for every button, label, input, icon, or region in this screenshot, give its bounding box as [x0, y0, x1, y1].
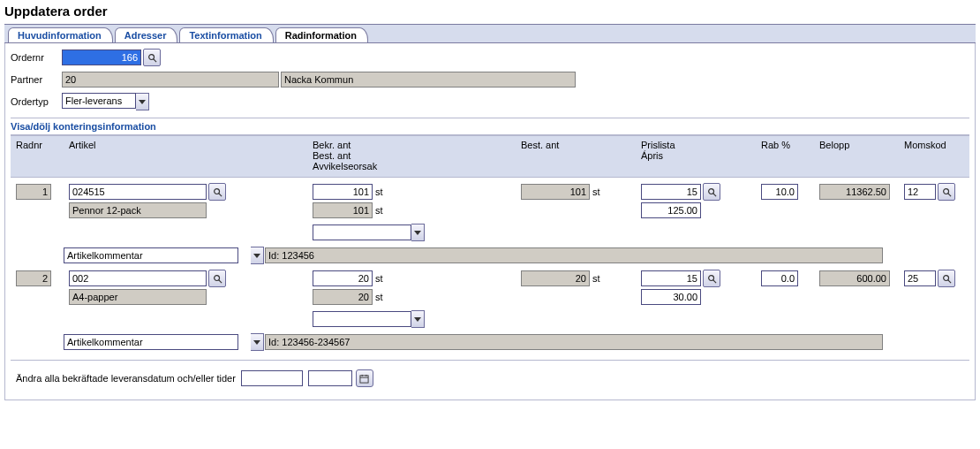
col-best: Best. ant	[521, 140, 636, 171]
apris-input[interactable]	[641, 202, 701, 218]
ordertyp-label: Ordertyp	[11, 96, 62, 107]
artikel-name: A4-papper	[69, 289, 207, 305]
artikelkommentar-label: Artikelkommentar	[64, 334, 238, 350]
ordernr-input[interactable]	[62, 49, 141, 65]
calendar-icon[interactable]	[356, 369, 373, 387]
radnr-value: 2	[16, 270, 51, 286]
col-bekr: Bekr. ant Best. ant Avvikelseorsak	[313, 140, 516, 171]
belopp-value: 11362.50	[819, 184, 890, 200]
ordernr-label: Ordernr	[11, 52, 62, 63]
tab-adresser[interactable]: Adresser	[115, 27, 178, 42]
moms-lookup-icon[interactable]	[938, 270, 955, 287]
unit-label: st	[592, 186, 600, 197]
table-row: 1 st 101 st 11362.50	[11, 183, 969, 264]
svg-point-2	[214, 188, 219, 194]
unit-label: st	[375, 273, 383, 284]
best-ant2-value: 20	[313, 289, 373, 305]
col-belopp: Belopp	[819, 140, 899, 171]
artikel-code-input[interactable]	[69, 184, 207, 200]
svg-point-6	[943, 188, 948, 194]
best-ant2-value: 101	[313, 202, 373, 218]
svg-line-7	[947, 193, 950, 195]
partner-label: Partner	[11, 74, 62, 85]
bekr-ant-input[interactable]	[313, 184, 373, 200]
prislista-input[interactable]	[641, 184, 701, 200]
artikel-code-input[interactable]	[69, 270, 207, 286]
lines-header: Radnr Artikel Bekr. ant Best. ant Avvike…	[11, 135, 969, 178]
best-ant-value: 20	[521, 270, 590, 286]
svg-line-11	[712, 279, 715, 282]
svg-point-4	[708, 188, 713, 194]
svg-point-8	[214, 275, 219, 280]
bulk-date-label: Ändra alla bekräftade leveransdatum och/…	[16, 373, 236, 384]
artikelkommentar-dropdown[interactable]	[251, 247, 264, 264]
artikelkommentar-label: Artikelkommentar	[64, 247, 238, 263]
svg-point-0	[148, 54, 154, 59]
col-artikel: Artikel	[69, 140, 307, 171]
svg-line-5	[712, 193, 715, 195]
avvikelseorsak-dropdown[interactable]	[411, 310, 425, 328]
ordernr-lookup-icon[interactable]	[143, 49, 161, 66]
tabbar: Huvudinformation Adresser Textinformatio…	[4, 25, 976, 43]
rab-input[interactable]	[761, 270, 798, 286]
partner-name: Nacka Kommun	[281, 72, 576, 88]
radnr-value: 1	[16, 184, 51, 200]
apris-input[interactable]	[641, 289, 701, 305]
col-pris: Prislista Ápris	[641, 140, 756, 171]
svg-rect-14	[360, 375, 368, 382]
svg-point-10	[708, 275, 713, 280]
tab-textinformation[interactable]: Textinformation	[179, 27, 273, 42]
svg-line-9	[218, 279, 221, 282]
rab-input[interactable]	[761, 184, 798, 200]
tab-huvudinformation[interactable]: Huvudinformation	[8, 27, 113, 42]
moms-input[interactable]	[904, 270, 936, 286]
partner-code: 20	[62, 72, 279, 88]
moms-input[interactable]	[904, 184, 936, 200]
col-radnr: Radnr	[16, 140, 64, 171]
unit-label: st	[592, 273, 600, 284]
avvikelseorsak-dropdown[interactable]	[411, 224, 425, 241]
bekr-ant-input[interactable]	[313, 270, 373, 286]
toggle-kontering[interactable]: Visa/dölj konteringsinformation	[11, 118, 969, 135]
svg-line-13	[947, 279, 950, 282]
prislista-lookup-icon[interactable]	[703, 183, 720, 201]
artikelkommentar-value: Id: 123456	[265, 247, 883, 263]
bulk-time-input[interactable]	[308, 370, 352, 386]
ordertyp-value: Fler-leverans	[62, 93, 136, 109]
svg-line-3	[218, 193, 221, 195]
tab-radinformation[interactable]: Radinformation	[275, 27, 368, 42]
table-row: 2 st 20 st 600.00	[11, 270, 969, 351]
svg-point-12	[943, 275, 948, 280]
artikel-lookup-icon[interactable]	[208, 183, 226, 201]
unit-label: st	[375, 186, 383, 197]
moms-lookup-icon[interactable]	[938, 183, 955, 201]
best-ant-value: 101	[521, 184, 590, 200]
prislista-lookup-icon[interactable]	[703, 270, 720, 287]
prislista-input[interactable]	[641, 270, 701, 286]
unit-label: st	[375, 292, 383, 302]
artikelkommentar-dropdown[interactable]	[251, 333, 264, 351]
svg-line-1	[153, 58, 155, 61]
artikel-name: Pennor 12-pack	[69, 202, 207, 218]
artikelkommentar-value: Id: 123456-234567	[265, 334, 883, 350]
artikel-lookup-icon[interactable]	[208, 270, 226, 287]
unit-label: st	[375, 205, 383, 216]
page-title: Uppdatera order	[4, 0, 976, 25]
bulk-date-input[interactable]	[241, 370, 303, 386]
ordertyp-dropdown[interactable]	[136, 93, 149, 110]
col-rab: Rab %	[761, 140, 814, 171]
col-moms: Momskod	[904, 140, 980, 171]
belopp-value: 600.00	[819, 270, 890, 286]
